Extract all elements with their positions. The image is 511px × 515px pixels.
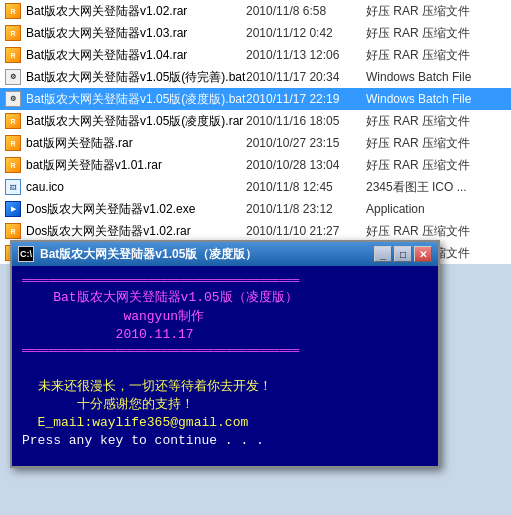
rar-icon-1: R	[4, 2, 22, 20]
file-name-10: Dos版农大网关登陆器v1.02.exe	[26, 201, 246, 218]
file-date-4: 2010/11/17 20:34	[246, 70, 366, 84]
file-name-8: bat版网关登陆器v1.01.rar	[26, 157, 246, 174]
file-type-4: Windows Batch File	[366, 70, 507, 84]
file-row-6[interactable]: R Bat版农大网关登陆器v1.05版(凌度版).rar 2010/11/16 …	[0, 110, 511, 132]
cmd-line-5: 未来还很漫长，一切还等待着你去开发！	[22, 378, 428, 396]
file-row-8[interactable]: R bat版网关登陆器v1.01.rar 2010/10/28 13:04 好压…	[0, 154, 511, 176]
file-type-6: 好压 RAR 压缩文件	[366, 113, 507, 130]
cmd-title-buttons: _ □ ✕	[374, 246, 432, 262]
file-name-7: bat版网关登陆器.rar	[26, 135, 246, 152]
cmd-window: C:\ Bat版农大网关登陆器v1.05版（凌度版） _ □ ✕ ═══════…	[10, 240, 440, 468]
file-date-8: 2010/10/28 13:04	[246, 158, 366, 172]
cmd-line-8: Press any key to continue . . .	[22, 432, 428, 450]
file-row-1[interactable]: R Bat版农大网关登陆器v1.02.rar 2010/11/8 6:58 好压…	[0, 0, 511, 22]
file-date-9: 2010/11/8 12:45	[246, 180, 366, 194]
file-row-7[interactable]: R bat版网关登陆器.rar 2010/10/27 23:15 好压 RAR …	[0, 132, 511, 154]
close-button[interactable]: ✕	[414, 246, 432, 262]
file-type-8: 好压 RAR 压缩文件	[366, 157, 507, 174]
file-date-10: 2010/11/8 23:12	[246, 202, 366, 216]
cmd-content: ════════════════════════════════════════…	[12, 266, 438, 466]
file-type-1: 好压 RAR 压缩文件	[366, 3, 507, 20]
file-name-6: Bat版农大网关登陆器v1.05版(凌度版).rar	[26, 113, 246, 130]
file-type-7: 好压 RAR 压缩文件	[366, 135, 507, 152]
rar-icon-2: R	[4, 24, 22, 42]
file-name-5: Bat版农大网关登陆器v1.05版(凌度版).bat	[26, 91, 246, 108]
file-date-3: 2010/11/13 12:06	[246, 48, 366, 62]
file-row-11[interactable]: R Dos版农大网关登陆器v1.02.rar 2010/11/10 21:27 …	[0, 220, 511, 242]
file-name-2: Bat版农大网关登陆器v1.03.rar	[26, 25, 246, 42]
file-type-9: 2345看图王 ICO ...	[366, 179, 507, 196]
file-type-10: Application	[366, 202, 507, 216]
cmd-titlebar[interactable]: C:\ Bat版农大网关登陆器v1.05版（凌度版） _ □ ✕	[12, 242, 438, 266]
ico-icon-9: 🖼	[4, 178, 22, 196]
file-type-5: Windows Batch File	[366, 92, 507, 106]
file-date-11: 2010/11/10 21:27	[246, 224, 366, 238]
file-name-9: cau.ico	[26, 180, 246, 194]
rar-icon-11: R	[4, 222, 22, 240]
file-name-3: Bat版农大网关登陆器v1.04.rar	[26, 47, 246, 64]
cmd-separator-1: ════════════════════════════════════════…	[22, 274, 428, 289]
file-date-7: 2010/10/27 23:15	[246, 136, 366, 150]
file-date-5: 2010/11/17 22:19	[246, 92, 366, 106]
cmd-line-7: E_mail:waylife365@gmail.com	[22, 414, 428, 432]
rar-icon-7: R	[4, 134, 22, 152]
cmd-line-2: wangyun制作	[22, 308, 428, 326]
file-row-4[interactable]: ⚙ Bat版农大网关登陆器v1.05版(待完善).bat 2010/11/17 …	[0, 66, 511, 88]
bat-icon-5: ⚙	[4, 90, 22, 108]
file-date-6: 2010/11/16 18:05	[246, 114, 366, 128]
file-row-5[interactable]: ⚙ Bat版农大网关登陆器v1.05版(凌度版).bat 2010/11/17 …	[0, 88, 511, 110]
file-name-11: Dos版农大网关登陆器v1.02.rar	[26, 223, 246, 240]
rar-icon-8: R	[4, 156, 22, 174]
file-row-3[interactable]: R Bat版农大网关登陆器v1.04.rar 2010/11/13 12:06 …	[0, 44, 511, 66]
cmd-line-1: Bat版农大网关登陆器v1.05版（凌度版）	[22, 289, 428, 307]
rar-icon-3: R	[4, 46, 22, 64]
file-row-2[interactable]: R Bat版农大网关登陆器v1.03.rar 2010/11/12 0:42 好…	[0, 22, 511, 44]
file-date-1: 2010/11/8 6:58	[246, 4, 366, 18]
exe-icon-10: ▶	[4, 200, 22, 218]
cmd-separator-2: ════════════════════════════════════════…	[22, 344, 428, 359]
rar-icon-6: R	[4, 112, 22, 130]
file-list: R Bat版农大网关登陆器v1.02.rar 2010/11/8 6:58 好压…	[0, 0, 511, 264]
file-type-2: 好压 RAR 压缩文件	[366, 25, 507, 42]
file-type-11: 好压 RAR 压缩文件	[366, 223, 507, 240]
file-name-1: Bat版农大网关登陆器v1.02.rar	[26, 3, 246, 20]
minimize-button[interactable]: _	[374, 246, 392, 262]
file-row-10[interactable]: ▶ Dos版农大网关登陆器v1.02.exe 2010/11/8 23:12 A…	[0, 198, 511, 220]
file-row-9[interactable]: 🖼 cau.ico 2010/11/8 12:45 2345看图王 ICO ..…	[0, 176, 511, 198]
cmd-title-text: Bat版农大网关登陆器v1.05版（凌度版）	[40, 246, 374, 263]
cmd-line-6: 十分感谢您的支持！	[22, 396, 428, 414]
file-name-4: Bat版农大网关登陆器v1.05版(待完善).bat	[26, 69, 246, 86]
file-type-3: 好压 RAR 压缩文件	[366, 47, 507, 64]
cmd-line-4	[22, 359, 428, 377]
file-date-2: 2010/11/12 0:42	[246, 26, 366, 40]
cmd-window-icon: C:\	[18, 246, 34, 262]
bat-icon-4: ⚙	[4, 68, 22, 86]
maximize-button[interactable]: □	[394, 246, 412, 262]
cmd-line-3: 2010.11.17	[22, 326, 428, 344]
